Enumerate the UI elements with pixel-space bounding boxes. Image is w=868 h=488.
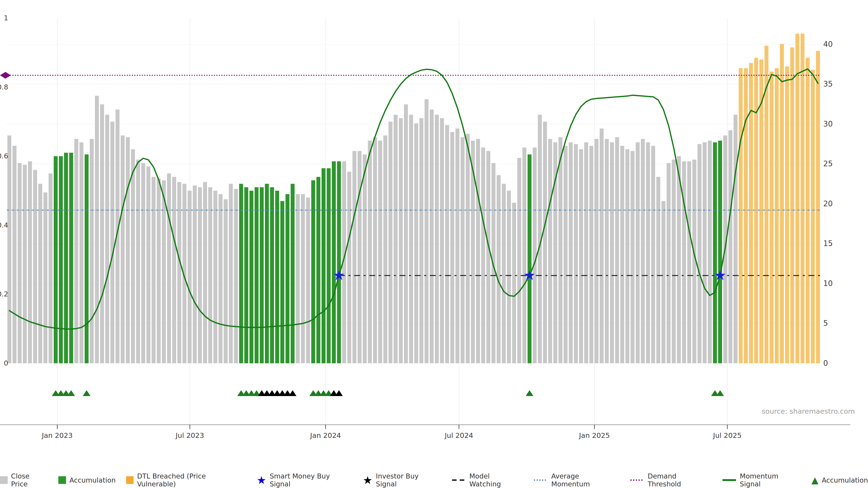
close-price-bar: [610, 142, 614, 363]
close-price-bar: [569, 142, 573, 363]
accumulation-bar: [528, 155, 532, 363]
x-tick-label: Jul 2025: [713, 431, 742, 440]
close-price-bar: [234, 189, 238, 363]
close-price-bar: [666, 163, 671, 363]
close-price-bar: [12, 146, 16, 363]
right-axis-tick-label: 10: [823, 279, 833, 288]
close-price-bar: [497, 175, 501, 363]
close-price-bar: [121, 135, 125, 363]
close-price-bar: [33, 170, 37, 363]
dtl-breached-bar: [806, 58, 810, 363]
dtl-breached-bar: [780, 44, 784, 363]
close-price-bar: [487, 151, 491, 363]
dtl-breached-bar: [800, 34, 804, 363]
close-price-bar: [512, 203, 516, 363]
close-price-bar: [229, 184, 233, 363]
close-price-bar: [306, 198, 310, 363]
dtl-breached-bar: [739, 68, 743, 363]
accumulation-bar: [254, 187, 258, 363]
investor-buy-triangle-icon: [289, 390, 297, 396]
close-price-bar: [507, 191, 511, 363]
legend-triangle-icon: ▲: [811, 476, 818, 484]
close-price-bar: [394, 115, 398, 363]
close-price-bar: [605, 139, 609, 363]
legend-dots-line-icon: [630, 479, 645, 482]
accumulation-bar: [239, 184, 243, 363]
x-tick-label: Jan 2024: [310, 431, 341, 440]
right-axis-tick-label: 40: [823, 40, 833, 48]
close-price-bar: [141, 163, 145, 363]
close-price-bar: [373, 137, 377, 363]
close-price-bar: [698, 144, 702, 363]
close-price-bar: [38, 184, 42, 363]
close-price-bar: [476, 139, 480, 363]
legend-item-accumulation: ▲Accumulation: [811, 476, 868, 484]
close-price-bar: [152, 177, 156, 363]
close-price-bar: [734, 115, 738, 363]
close-price-bar: [543, 122, 547, 363]
accumulation-bar: [59, 156, 63, 363]
close-price-bar: [435, 115, 439, 363]
close-price-bar: [703, 142, 707, 363]
accumulation-triangle-icon: [716, 390, 724, 396]
legend-star-icon: ★: [363, 476, 373, 484]
close-price-bar: [162, 180, 166, 363]
close-price-bar: [548, 139, 552, 363]
close-price-bar: [651, 146, 655, 363]
legend-label: Investor Buy Signal: [376, 472, 441, 488]
close-price-bar: [559, 137, 563, 363]
close-price-bar: [430, 109, 434, 363]
close-price-bar: [23, 165, 27, 363]
x-tick-label: Jan 2025: [579, 431, 610, 440]
legend-label: Smart Money Buy Signal: [270, 472, 352, 488]
legend-item-close-price: Close Price: [0, 472, 48, 488]
close-price-bar: [7, 135, 11, 363]
legend-item-investor-buy-signal: ★Investor Buy Signal: [363, 472, 441, 488]
dtl-breached-bar: [811, 70, 815, 363]
close-price-bar: [296, 194, 300, 363]
close-price-bar: [352, 151, 356, 363]
legend-item-accumulation: Accumulation: [58, 476, 116, 484]
legend-star-icon: ★: [256, 476, 266, 484]
close-price-bar: [517, 158, 521, 363]
close-price-bar: [301, 194, 305, 363]
accumulation-triangle-icon: [526, 390, 533, 396]
close-price-bar: [74, 139, 79, 363]
source-credit: source: sharemaestro.com: [762, 407, 855, 415]
close-price-bar: [682, 161, 686, 363]
close-price-bar: [131, 149, 135, 363]
close-price-bar: [399, 118, 403, 363]
close-price-bar: [358, 151, 362, 363]
dtl-breached-bar: [744, 68, 748, 363]
left-axis-tick-label: 0: [4, 359, 8, 367]
legend-item-momentum-signal: Momentum Signal: [722, 472, 801, 488]
investor-buy-triangle-icon: [335, 390, 343, 396]
x-tick-label: Jul 2023: [175, 431, 204, 440]
close-price-bar: [105, 115, 110, 363]
close-price-bar: [641, 139, 645, 363]
close-price-bar: [383, 135, 388, 363]
close-price-bar: [615, 137, 619, 363]
close-price-bar: [378, 140, 382, 363]
right-axis-tick-label: 25: [823, 159, 833, 168]
close-price-bar: [18, 163, 22, 363]
price-momentum-chart-page: Jan 2023Jul 2023Jan 2024Jul 2024Jan 2025…: [0, 0, 868, 488]
right-axis-tick-label: 35: [823, 79, 833, 88]
close-price-bar: [172, 177, 176, 363]
accumulation-bar: [327, 168, 331, 363]
accumulation-bar: [713, 142, 717, 363]
dtl-breached-bar: [770, 72, 774, 363]
dtl-breached-bar: [785, 66, 789, 363]
right-axis-tick-label: 30: [823, 120, 833, 128]
legend-label: Model Watching: [469, 472, 523, 488]
close-price-bar: [167, 173, 171, 363]
close-price-bar: [620, 146, 624, 363]
left-axis-tick-label: 0.6: [0, 152, 8, 160]
demand-threshold-diamond-icon: [0, 72, 11, 78]
accumulation-bar: [332, 161, 336, 363]
close-price-bar: [600, 129, 604, 363]
close-price-bar: [456, 129, 460, 363]
left-axis-tick-label: 0.2: [0, 290, 8, 298]
close-price-bar: [414, 123, 418, 363]
accumulation-bar: [249, 191, 253, 363]
